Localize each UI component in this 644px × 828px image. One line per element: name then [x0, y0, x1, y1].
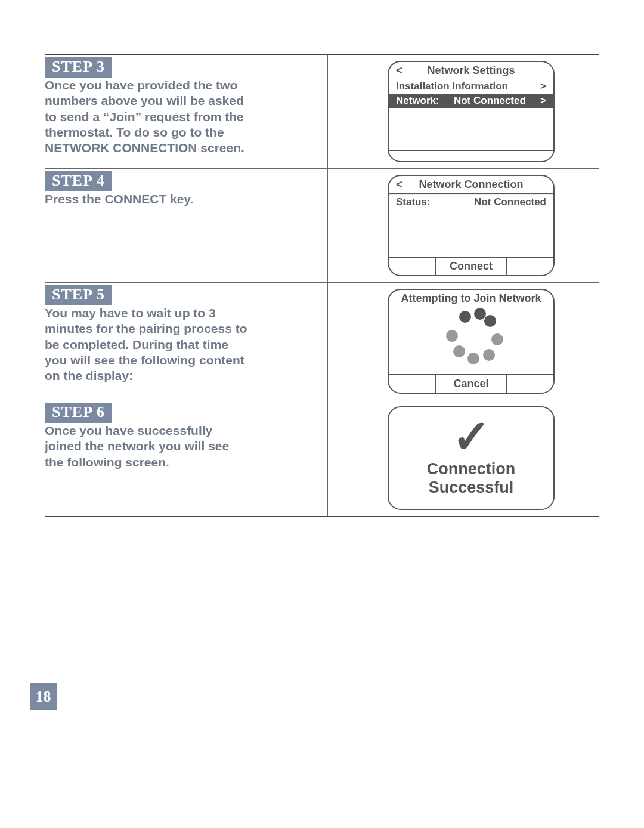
- spinner-icon: [441, 311, 501, 370]
- step-5-row: STEP 5 You may have to wait up to 3 minu…: [45, 283, 599, 400]
- step-3-text: Once you have provided the two numbers a…: [45, 78, 250, 156]
- step-6-left: STEP 6 Once you have successfully joined…: [45, 400, 328, 516]
- step-4-badge: STEP 4: [45, 171, 112, 191]
- status-value: Not Connected: [474, 196, 546, 208]
- step-3-row: STEP 3 Once you have provided the two nu…: [45, 55, 599, 169]
- success-message: Connection Successful: [395, 460, 547, 505]
- step-6-row: STEP 6 Once you have successfully joined…: [45, 400, 599, 516]
- step-3-right: < Network Settings Installation Informat…: [328, 55, 599, 168]
- device-footer-space: [389, 151, 553, 160]
- page-number: 18: [30, 683, 57, 710]
- device-footer: Connect: [389, 257, 553, 275]
- device-network-connection: < Network Connection Status: Not Connect…: [388, 175, 555, 276]
- cancel-button: Cancel: [435, 375, 506, 393]
- chevron-right-icon: >: [540, 81, 546, 92]
- step-4-left: STEP 4 Press the CONNECT key.: [45, 169, 328, 282]
- success-line-2: Successful: [429, 478, 514, 496]
- step-4-row: STEP 4 Press the CONNECT key. < Network …: [45, 169, 599, 283]
- step-5-right: Attempting to Join Network Cancel: [328, 283, 599, 400]
- device-joining: Attempting to Join Network Cancel: [388, 289, 555, 394]
- success-line-1: Connection: [427, 460, 516, 478]
- connect-button: Connect: [435, 258, 506, 275]
- step-4-text: Press the CONNECT key.: [45, 191, 250, 207]
- step-6-badge: STEP 6: [45, 403, 112, 423]
- checkmark-icon: ✓: [395, 412, 547, 460]
- row-label: Installation Information: [396, 81, 508, 92]
- footer-seg-left: [389, 258, 435, 275]
- network-status-row: Network: Not Connected >: [389, 94, 553, 108]
- device-title: Attempting to Join Network: [389, 290, 553, 307]
- device-title: Network Settings: [427, 64, 515, 76]
- chevron-right-icon: >: [540, 95, 546, 107]
- status-row: Status: Not Connected: [389, 195, 553, 209]
- step-5-text: You may have to wait up to 3 minutes for…: [45, 305, 250, 384]
- footer-seg-left: [389, 375, 435, 393]
- device-success: ✓ Connection Successful: [388, 406, 555, 510]
- back-icon: <: [396, 178, 402, 191]
- footer-seg-right: [506, 258, 553, 275]
- page-content: STEP 3 Once you have provided the two nu…: [45, 54, 599, 517]
- back-icon: <: [396, 64, 402, 77]
- device-body: [389, 108, 553, 150]
- device-body: [389, 209, 553, 257]
- device-title: Network Connection: [419, 178, 523, 190]
- installation-information-row: Installation Information >: [389, 79, 553, 94]
- device-footer: Cancel: [389, 374, 553, 393]
- step-6-text: Once you have successfully joined the ne…: [45, 423, 250, 470]
- device-header: < Network Connection: [389, 176, 553, 193]
- step-6-right: ✓ Connection Successful: [328, 400, 599, 516]
- row-value: Not Connected: [454, 95, 526, 107]
- step-3-left: STEP 3 Once you have provided the two nu…: [45, 55, 328, 168]
- row-label: Network:: [396, 95, 439, 107]
- device-header: < Network Settings: [389, 62, 553, 79]
- step-4-right: < Network Connection Status: Not Connect…: [328, 169, 599, 282]
- step-5-badge: STEP 5: [45, 285, 112, 305]
- step-3-badge: STEP 3: [45, 57, 112, 78]
- step-5-left: STEP 5 You may have to wait up to 3 minu…: [45, 283, 328, 400]
- footer-seg-right: [506, 375, 553, 393]
- status-label: Status:: [396, 196, 431, 208]
- device-network-settings: < Network Settings Installation Informat…: [388, 61, 555, 162]
